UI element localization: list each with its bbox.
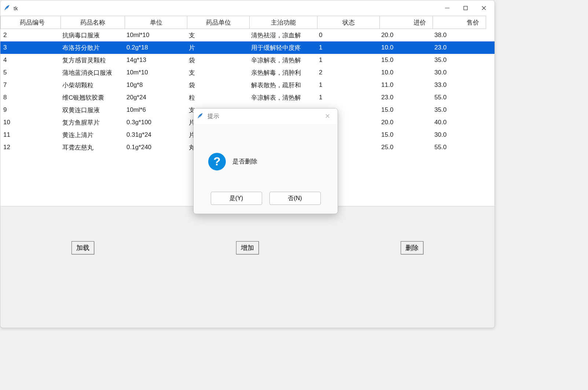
svg-rect-1 [464,6,467,10]
cell-spec: 20g*24 [125,94,187,101]
close-button[interactable] [475,0,493,16]
cell-cost: 10.0 [380,44,433,51]
cell-name: 复方鱼腥草片 [61,118,125,127]
cell-unit: 支 [187,69,250,77]
cell-func: 辛凉解表，清热解 [250,93,317,102]
dialog-message: 是否删除 [232,157,257,166]
cell-id: 7 [0,81,61,89]
cell-name: 小柴胡颗粒 [61,81,125,89]
table-row[interactable]: 8维C银翘软胶囊20g*24粒辛凉解表，清热解123.055.0 [0,91,495,104]
cell-name: 蒲地蓝消炎口服液 [61,69,125,77]
cell-price: 33.0 [433,81,486,89]
cell-price: 38.0 [433,32,486,39]
cell-id: 9 [0,106,61,114]
cell-price: 40.0 [433,119,486,126]
table-header: 药品编号 药品名称 单位 药品单位 主治功能 状态 进价 售价 [0,16,495,29]
cell-func: 亲热解毒，消肿利 [250,69,317,77]
col-func[interactable]: 主治功能 [250,16,317,29]
cell-func: 用于缓解轻中度疼 [250,44,317,52]
cell-id: 11 [0,131,61,139]
cell-status: 1 [317,94,380,101]
cell-cost: 20.0 [380,119,433,126]
dialog-close-button[interactable]: ✕ [320,112,335,120]
cell-id: 2 [0,32,61,39]
cell-cost: 11.0 [380,81,433,89]
dialog-app-icon [196,113,204,120]
cell-unit: 片 [187,44,250,52]
cell-spec: 10ml*10 [125,32,187,39]
question-icon: ? [208,153,226,170]
cell-price: 30.0 [433,69,486,76]
table-row[interactable]: 4复方感冒灵颗粒14g*13袋辛凉解表，清热解115.035.0 [0,54,495,66]
cell-cost: 10.0 [380,69,433,76]
cell-unit: 粒 [187,93,250,102]
col-unit[interactable]: 药品单位 [187,16,250,29]
cell-price: 55.0 [433,94,486,101]
cell-unit: 袋 [187,81,250,89]
col-price[interactable]: 售价 [433,16,486,29]
col-cost[interactable]: 进价 [380,16,433,29]
cell-unit: 袋 [187,56,250,65]
cell-spec: 10ml*6 [125,106,187,114]
cell-name: 黄连上清片 [61,131,125,139]
cell-name: 布洛芬分散片 [61,44,125,52]
cell-unit: 支 [187,31,250,40]
cell-price: 23.0 [433,44,486,51]
col-spec[interactable]: 单位 [125,16,187,29]
cell-cost: 15.0 [380,56,433,64]
cell-spec: 0.1g*240 [125,144,187,151]
cell-status: 0 [317,32,380,39]
load-button[interactable]: 加载 [71,241,94,254]
cell-status: 2 [317,69,380,76]
cell-status: 1 [317,44,380,51]
cell-cost: 15.0 [380,131,433,139]
cell-spec: 0.31g*24 [125,131,187,139]
cell-spec: 0.3g*100 [125,119,187,126]
cell-id: 4 [0,56,61,64]
cell-name: 抗病毒口服液 [61,31,125,40]
cell-name: 复方感冒灵颗粒 [61,56,125,65]
dialog-body: ? 是否删除 [194,124,338,192]
button-area: 加载 增加 删除 [0,206,495,328]
maximize-button[interactable] [456,0,475,16]
cell-func: 辛凉解表，清热解 [250,56,317,65]
window-title: tk [14,5,18,11]
cell-name: 双黄连口服液 [61,106,125,114]
dialog-title: 提示 [207,113,219,120]
cell-cost: 20.0 [380,32,433,39]
cell-id: 3 [0,44,61,51]
cell-cost: 15.0 [380,106,433,114]
cell-spec: 10g*8 [125,81,187,89]
cell-id: 8 [0,94,61,101]
minimize-button[interactable] [438,0,456,16]
cell-func: 解表散热，疏肝和 [250,81,317,89]
cell-price: 30.0 [433,131,486,139]
cell-name: 耳聋左慈丸 [61,143,125,152]
no-button[interactable]: 否(N) [269,192,321,205]
table-row[interactable]: 2抗病毒口服液10ml*10支清热祛湿，凉血解020.038.0 [0,29,495,41]
cell-status: 1 [317,81,380,89]
cell-id: 10 [0,119,61,126]
app-icon [3,4,11,12]
cell-func: 清热祛湿，凉血解 [250,31,317,40]
col-id[interactable]: 药品编号 [0,16,61,29]
dialog-buttons: 是(Y) 否(N) [194,192,338,214]
table-row[interactable]: 5蒲地蓝消炎口服液10m*10支亲热解毒，消肿利210.030.0 [0,66,495,79]
col-name[interactable]: 药品名称 [61,16,125,29]
window-controls [438,0,493,16]
cell-cost: 25.0 [380,144,433,151]
table-row[interactable]: 3布洛芬分散片0.2g*18片用于缓解轻中度疼110.023.0 [0,41,495,54]
cell-price: 35.0 [433,56,486,64]
add-button[interactable]: 增加 [236,241,259,254]
table-row[interactable]: 7小柴胡颗粒10g*8袋解表散热，疏肝和111.033.0 [0,79,495,91]
cell-cost: 23.0 [380,94,433,101]
cell-id: 12 [0,144,61,151]
cell-spec: 0.2g*18 [125,44,187,51]
cell-status: 1 [317,56,380,64]
title-bar: tk [0,0,495,16]
cell-spec: 10m*10 [125,69,187,76]
delete-button[interactable]: 删除 [401,241,423,254]
col-status[interactable]: 状态 [317,16,380,29]
cell-id: 5 [0,69,61,76]
yes-button[interactable]: 是(Y) [211,192,262,205]
